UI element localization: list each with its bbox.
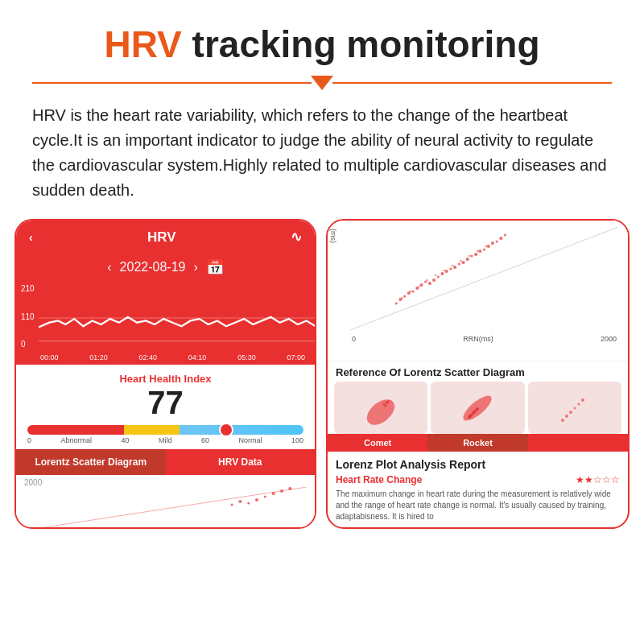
calendar-icon[interactable]: 📅 bbox=[206, 258, 224, 276]
divider bbox=[32, 76, 612, 90]
svg-point-19 bbox=[428, 282, 431, 285]
svg-point-21 bbox=[437, 276, 440, 279]
prev-date-icon[interactable]: ‹ bbox=[107, 260, 111, 275]
scatter-area: (ms) bbox=[328, 221, 628, 361]
svg-point-13 bbox=[403, 295, 406, 298]
svg-point-18 bbox=[424, 281, 427, 283]
hhi-title: Heart Health Index bbox=[27, 373, 303, 385]
page-title: HRV tracking monitoring bbox=[32, 23, 612, 66]
hhi-labels: 0 Abnormal 40 Mild 60 Normal 100 bbox=[27, 436, 303, 444]
svg-point-6 bbox=[264, 496, 266, 498]
svg-point-5 bbox=[272, 492, 275, 495]
tab-hrv-data[interactable]: HRV Data bbox=[166, 449, 316, 475]
ref-image-comet bbox=[334, 382, 427, 434]
ref-image-rocket bbox=[431, 382, 524, 434]
hrv-chart-svg bbox=[39, 286, 316, 350]
svg-point-37 bbox=[504, 234, 506, 237]
ref-labels-row: Comet Rocket bbox=[328, 434, 628, 452]
svg-point-23 bbox=[445, 270, 448, 273]
date-value: 2022-08-19 bbox=[120, 260, 186, 275]
svg-point-43 bbox=[435, 275, 436, 276]
y-label-mid: 110 bbox=[21, 312, 35, 321]
hhi-bar-container bbox=[27, 425, 303, 435]
svg-point-10 bbox=[231, 504, 233, 506]
svg-line-2 bbox=[24, 487, 307, 527]
x-label-2: 02:40 bbox=[139, 353, 158, 361]
svg-point-8 bbox=[247, 502, 250, 505]
y-label-bot: 0 bbox=[21, 340, 35, 349]
x-label-1: 01:20 bbox=[89, 353, 108, 361]
svg-point-67 bbox=[581, 398, 584, 402]
hhi-label-mild: Mild bbox=[159, 436, 172, 444]
svg-point-30 bbox=[474, 253, 477, 256]
svg-point-44 bbox=[444, 270, 445, 271]
hhi-label-60: 60 bbox=[201, 436, 209, 444]
scatter-x-max: 2000 bbox=[601, 335, 617, 343]
third-svg bbox=[551, 388, 599, 428]
svg-point-65 bbox=[573, 407, 576, 409]
ref-images-row bbox=[328, 382, 628, 434]
hrc-label: Heart Rate Change bbox=[336, 474, 422, 485]
y-label-top: 210 bbox=[21, 284, 35, 293]
svg-point-34 bbox=[491, 242, 494, 245]
x-label-4: 05:30 bbox=[237, 353, 256, 361]
date-row: ‹ 2022-08-19 › 📅 bbox=[16, 254, 315, 284]
ref-label-rocket[interactable]: Rocket bbox=[427, 434, 527, 452]
heart-health-section: Heart Health Index 77 0 Abnormal 40 Mild… bbox=[16, 365, 315, 449]
svg-point-62 bbox=[561, 419, 564, 422]
svg-point-54 bbox=[388, 400, 390, 402]
svg-point-66 bbox=[577, 402, 580, 405]
svg-point-41 bbox=[418, 286, 419, 287]
svg-point-7 bbox=[255, 498, 258, 502]
scatter-x-row: 0 RRN(ms) 2000 bbox=[336, 335, 620, 343]
title-rest: tracking monitoring bbox=[182, 23, 540, 65]
hhi-bar bbox=[27, 425, 303, 435]
ref-label-third[interactable] bbox=[528, 434, 628, 452]
svg-point-31 bbox=[478, 250, 481, 253]
svg-point-32 bbox=[483, 249, 485, 251]
svg-point-17 bbox=[419, 283, 423, 287]
bottom-scatter-svg bbox=[24, 487, 307, 527]
x-label-0: 00:00 bbox=[40, 353, 59, 361]
phone-left-title: HRV bbox=[147, 229, 176, 246]
phone-left-header: ‹ HRV ∿ bbox=[16, 221, 315, 254]
svg-point-63 bbox=[565, 415, 568, 418]
hhi-marker bbox=[219, 423, 233, 437]
svg-point-4 bbox=[280, 489, 283, 493]
svg-point-36 bbox=[499, 237, 502, 240]
svg-point-45 bbox=[452, 265, 453, 266]
hhi-label-abnormal: Abnormal bbox=[60, 436, 92, 444]
share-icon[interactable]: ∿ bbox=[291, 229, 302, 246]
hrv-label: HRV bbox=[105, 23, 182, 65]
ref-label-comet[interactable]: Comet bbox=[328, 434, 427, 452]
lorenz-title: Lorenz Plot Analysis Report bbox=[328, 452, 628, 473]
phone-left: ‹ HRV ∿ ‹ 2022-08-19 › 📅 210 110 0 00 bbox=[14, 219, 316, 529]
svg-point-35 bbox=[496, 241, 498, 243]
scatter-y-label: (ms) bbox=[329, 229, 337, 243]
svg-point-26 bbox=[458, 263, 460, 266]
next-date-icon[interactable]: › bbox=[193, 260, 197, 275]
svg-point-46 bbox=[460, 260, 461, 262]
svg-point-15 bbox=[411, 291, 414, 293]
lorenz-desc: The maximum change in heart rate during … bbox=[328, 487, 628, 527]
svg-point-40 bbox=[410, 291, 411, 292]
x-label-5: 07:00 bbox=[287, 353, 305, 361]
divider-line-left bbox=[32, 82, 312, 84]
svg-point-29 bbox=[470, 255, 473, 258]
phones-container: ‹ HRV ∿ ‹ 2022-08-19 › 📅 210 110 0 00 bbox=[0, 219, 644, 529]
svg-point-27 bbox=[461, 261, 464, 264]
comet-svg bbox=[357, 388, 405, 428]
divider-line-right bbox=[332, 82, 612, 84]
hhi-value: 77 bbox=[27, 385, 303, 420]
bottom-y-label: 2000 bbox=[24, 478, 307, 487]
ref-image-third bbox=[528, 382, 621, 434]
back-icon[interactable]: ‹ bbox=[29, 231, 33, 244]
svg-point-47 bbox=[469, 255, 470, 257]
arrow-down-icon bbox=[311, 76, 333, 90]
svg-point-48 bbox=[477, 250, 478, 252]
svg-point-38 bbox=[395, 303, 398, 305]
tab-lorentz[interactable]: Lorentz Scatter Diagram bbox=[16, 449, 166, 475]
svg-point-3 bbox=[288, 487, 291, 490]
phone-bottom-chart: 2000 bbox=[16, 475, 315, 527]
svg-point-49 bbox=[485, 246, 487, 247]
